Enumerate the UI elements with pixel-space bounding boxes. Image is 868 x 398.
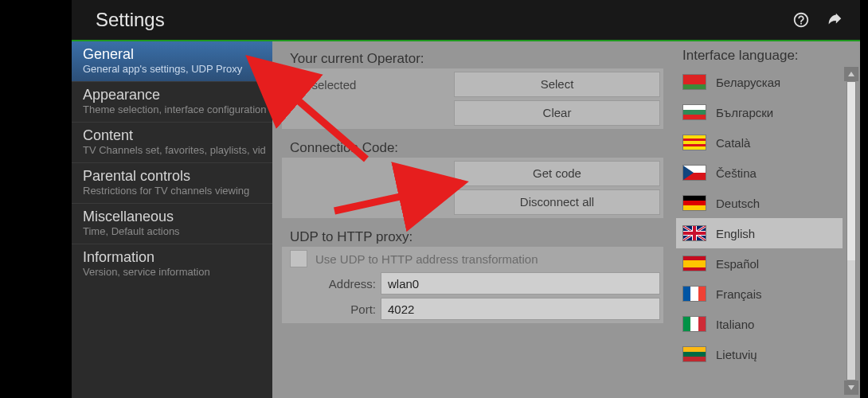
sidebar-item-miscellaneous[interactable]: MiscellaneousTime, Default actions <box>72 203 272 244</box>
disconnect-all-button[interactable]: Disconnect all <box>454 189 660 215</box>
sidebar-item-general[interactable]: GeneralGeneral app's settings, UDP Proxy <box>72 41 272 81</box>
help-icon[interactable] <box>790 9 812 31</box>
select-button[interactable]: Select <box>454 72 660 97</box>
language-item-uk[interactable]: English <box>676 218 843 248</box>
sidebar-item-subtitle: Theme selection, interface configuration <box>83 103 261 115</box>
port-input[interactable] <box>381 298 660 320</box>
language-item-label: Español <box>716 257 759 271</box>
svg-rect-6 <box>683 232 706 235</box>
sidebar-item-title: Miscellaneous <box>83 209 261 225</box>
language-section-label: Interface language: <box>679 48 855 64</box>
sidebar: GeneralGeneral app's settings, UDP Proxy… <box>72 41 272 398</box>
port-label: Port: <box>285 302 381 316</box>
language-scrollbar[interactable] <box>844 67 858 395</box>
spain-flag-icon <box>682 256 706 271</box>
operator-section-label: Your current Operator: <box>290 51 667 67</box>
language-item-label: Беларуская <box>716 76 780 89</box>
bulgaria-flag-icon <box>682 104 706 120</box>
sidebar-item-title: Information <box>83 249 261 266</box>
udp-section: Use UDP to HTTP address transformation A… <box>282 247 663 323</box>
czech-flag-icon <box>682 165 706 181</box>
sidebar-item-subtitle: Version, service information <box>83 266 261 278</box>
language-item-catalonia[interactable]: Català <box>676 127 843 158</box>
sidebar-item-information[interactable]: InformationVersion, service information <box>72 244 272 284</box>
sidebar-item-subtitle: Time, Default actions <box>83 225 261 237</box>
share-icon[interactable] <box>823 9 846 31</box>
language-item-label: Български <box>716 106 773 119</box>
language-item-lithuania[interactable]: Lietuvių <box>676 339 843 369</box>
language-item-spain[interactable]: Español <box>676 248 843 279</box>
belarus-flag-icon <box>682 74 706 90</box>
titlebar: Settings <box>72 0 860 41</box>
language-panel: Interface language: БеларускаяБългарскиC… <box>673 41 860 398</box>
language-item-label: Français <box>716 287 762 301</box>
sidebar-item-appearance[interactable]: AppearanceTheme selection, interface con… <box>72 81 272 122</box>
address-label: Address: <box>285 277 381 291</box>
language-item-italy[interactable]: Italiano <box>676 309 843 339</box>
operator-section: Not selected Select Clear <box>282 68 663 129</box>
udp-checkbox[interactable] <box>290 250 307 267</box>
language-item-label: Čeština <box>716 166 757 180</box>
sidebar-item-parental-controls[interactable]: Parental controlsRestrictions for TV cha… <box>72 162 272 203</box>
sidebar-item-subtitle: General app's settings, UDP Proxy <box>83 63 261 75</box>
language-item-germany[interactable]: Deutsch <box>676 188 843 218</box>
get-code-button[interactable]: Get code <box>454 161 660 186</box>
language-item-label: Italiano <box>716 318 754 331</box>
connection-section: Get code Disconnect all <box>282 158 663 218</box>
catalonia-flag-icon <box>682 135 706 150</box>
france-flag-icon <box>682 286 706 302</box>
language-item-label: Deutsch <box>716 197 760 210</box>
scroll-up-icon[interactable] <box>844 67 858 81</box>
language-item-label: Lietuvių <box>716 348 757 361</box>
sidebar-item-title: General <box>83 46 261 63</box>
scroll-down-icon[interactable] <box>844 380 858 395</box>
sidebar-item-subtitle: TV Channels set, favorites, playlists, v… <box>83 144 261 156</box>
connection-section-label: Connection Code: <box>290 140 667 156</box>
page-title: Settings <box>96 9 779 31</box>
sidebar-item-title: Parental controls <box>83 168 261 185</box>
language-item-france[interactable]: Français <box>676 279 843 309</box>
language-item-label: Català <box>716 136 750 150</box>
lithuania-flag-icon <box>682 346 706 362</box>
operator-value: Not selected <box>285 78 451 92</box>
udp-checkbox-label: Use UDP to HTTP address transformation <box>315 252 538 266</box>
language-item-czech[interactable]: Čeština <box>676 158 843 188</box>
clear-button[interactable]: Clear <box>454 100 660 126</box>
sidebar-item-title: Content <box>83 127 261 144</box>
uk-flag-icon <box>682 225 706 241</box>
udp-section-label: UDP to HTTP proxy: <box>290 229 667 245</box>
italy-flag-icon <box>682 316 706 332</box>
language-item-belarus[interactable]: Беларуская <box>676 67 843 97</box>
language-item-bulgaria[interactable]: Български <box>676 97 843 127</box>
language-item-label: English <box>716 227 755 240</box>
address-input[interactable] <box>381 272 660 295</box>
main-panel: Your current Operator: Not selected Sele… <box>272 41 673 398</box>
germany-flag-icon <box>682 195 706 211</box>
sidebar-item-title: Appearance <box>83 87 261 103</box>
sidebar-item-content[interactable]: ContentTV Channels set, favorites, playl… <box>72 122 272 162</box>
sidebar-item-subtitle: Restrictions for TV channels viewing <box>83 185 261 197</box>
